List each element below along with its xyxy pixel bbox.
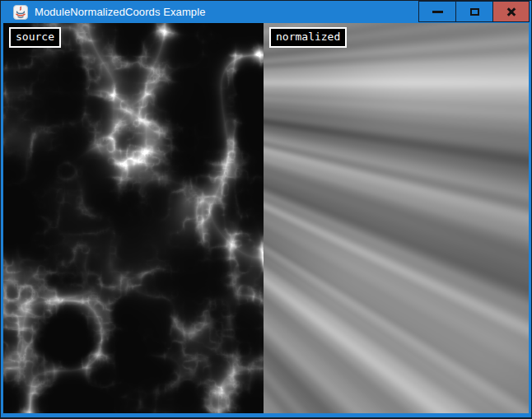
normalized-panel: normalized <box>264 23 529 413</box>
app-window: ModuleNormalizedCoords Example source no… <box>0 0 532 419</box>
minimize-icon <box>432 11 443 13</box>
source-image <box>3 23 264 413</box>
window-title: ModuleNormalizedCoords Example <box>35 6 205 18</box>
minimize-button[interactable] <box>418 1 456 22</box>
content-area: source normalized <box>3 23 529 413</box>
java-app-icon[interactable] <box>13 5 28 20</box>
coffee-cup-icon <box>13 5 28 20</box>
maximize-button[interactable] <box>455 1 493 22</box>
maximize-icon <box>470 8 479 16</box>
source-panel: source <box>3 23 264 413</box>
close-icon <box>506 6 517 17</box>
window-controls <box>419 1 530 22</box>
normalized-image <box>264 23 529 413</box>
source-label: source <box>9 27 61 48</box>
normalized-label: normalized <box>269 27 347 48</box>
close-button[interactable] <box>492 1 530 22</box>
title-bar[interactable]: ModuleNormalizedCoords Example <box>3 1 529 23</box>
